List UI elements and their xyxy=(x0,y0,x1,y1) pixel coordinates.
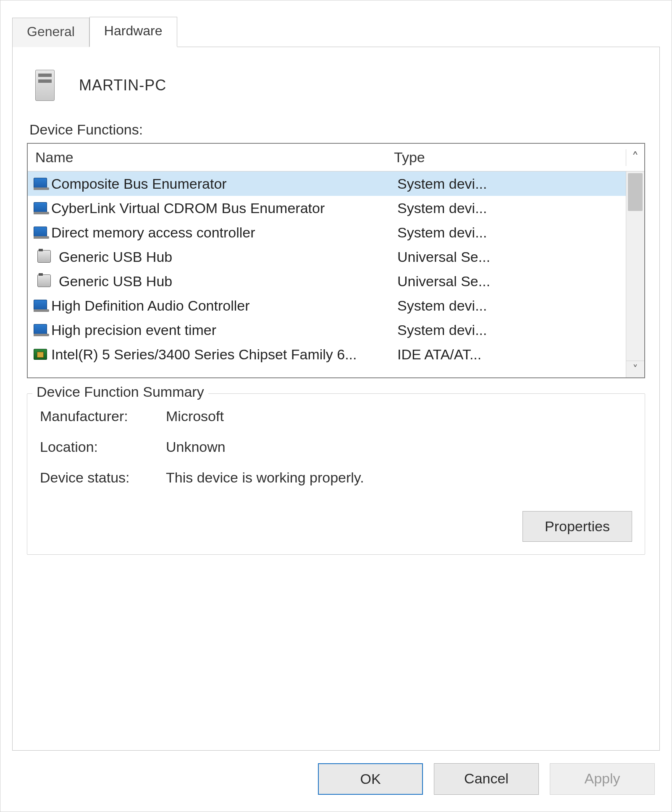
device-type: IDE ATA/AT... xyxy=(392,346,626,363)
device-name: CyberLink Virtual CDROM Bus Enumerator xyxy=(51,200,325,216)
device-name-cell: High precision event timer xyxy=(34,322,389,338)
location-value: Unknown xyxy=(166,439,632,455)
device-function-summary-group: Device Function Summary Manufacturer: Mi… xyxy=(27,393,645,555)
device-name: Generic USB Hub xyxy=(59,249,172,265)
device-row[interactable]: Generic USB HubUniversal Se... xyxy=(28,269,626,293)
device-type: System devi... xyxy=(392,200,626,216)
chipset-device-icon xyxy=(34,349,47,360)
system-device-icon xyxy=(34,324,47,336)
device-type: System devi... xyxy=(392,176,626,192)
device-name: Composite Bus Enumerator xyxy=(51,176,227,192)
device-functions-list[interactable]: Name Type ˄ Composite Bus EnumeratorSyst… xyxy=(27,143,645,378)
column-header-type[interactable]: Type xyxy=(389,149,626,166)
manufacturer-label: Manufacturer: xyxy=(40,408,166,424)
scroll-down-button[interactable]: ˅ xyxy=(626,361,644,377)
device-row[interactable]: Generic USB HubUniversal Se... xyxy=(28,245,626,269)
device-row[interactable]: Direct memory access controllerSystem de… xyxy=(28,220,626,245)
device-status-value: This device is working properly. xyxy=(166,469,632,486)
device-name-cell: Generic USB Hub xyxy=(34,273,389,290)
tab-general[interactable]: General xyxy=(12,18,89,47)
device-type: Universal Se... xyxy=(392,273,626,290)
usb-device-icon xyxy=(37,250,51,263)
device-type: System devi... xyxy=(392,298,626,314)
tab-hardware[interactable]: Hardware xyxy=(89,17,177,47)
computer-header: MARTIN-PC xyxy=(33,67,645,103)
cancel-button[interactable]: Cancel xyxy=(434,763,539,795)
computer-icon xyxy=(33,67,62,103)
vertical-scrollbar[interactable]: ˅ xyxy=(626,171,644,377)
device-row[interactable]: CyberLink Virtual CDROM Bus EnumeratorSy… xyxy=(28,196,626,220)
scrollbar-thumb[interactable] xyxy=(628,173,643,211)
device-type: System devi... xyxy=(392,224,626,241)
properties-dialog: General Hardware MARTIN-PC Device Functi… xyxy=(0,0,672,812)
scroll-up-button[interactable]: ˄ xyxy=(626,149,644,166)
device-type: System devi... xyxy=(392,322,626,338)
list-header: Name Type ˄ xyxy=(28,144,644,171)
tab-strip: General Hardware xyxy=(0,0,672,47)
system-device-icon xyxy=(34,227,47,238)
hardware-panel: MARTIN-PC Device Functions: Name Type ˄ … xyxy=(12,47,660,751)
device-row[interactable]: Composite Bus EnumeratorSystem devi... xyxy=(28,171,626,196)
device-type: Universal Se... xyxy=(392,249,626,265)
device-name-cell: Generic USB Hub xyxy=(34,249,389,265)
computer-name: MARTIN-PC xyxy=(79,76,166,94)
system-device-icon xyxy=(34,202,47,214)
usb-device-icon xyxy=(37,274,51,287)
ok-button[interactable]: OK xyxy=(318,763,423,795)
properties-button[interactable]: Properties xyxy=(522,511,632,542)
dialog-button-row: OK Cancel Apply xyxy=(0,751,672,812)
manufacturer-value: Microsoft xyxy=(166,408,632,424)
device-functions-label: Device Functions: xyxy=(29,121,645,138)
device-name: Intel(R) 5 Series/3400 Series Chipset Fa… xyxy=(51,346,357,363)
device-name-cell: Composite Bus Enumerator xyxy=(34,176,389,192)
device-name: Generic USB Hub xyxy=(59,273,172,290)
device-row[interactable]: High precision event timerSystem devi... xyxy=(28,318,626,342)
device-status-label: Device status: xyxy=(40,469,166,486)
system-device-icon xyxy=(34,178,47,190)
device-name-cell: Intel(R) 5 Series/3400 Series Chipset Fa… xyxy=(34,346,389,363)
summary-title: Device Function Summary xyxy=(32,384,208,400)
column-header-name[interactable]: Name xyxy=(28,149,389,166)
device-row[interactable]: High Definition Audio ControllerSystem d… xyxy=(28,293,626,318)
device-name-cell: High Definition Audio Controller xyxy=(34,298,389,314)
device-name-cell: CyberLink Virtual CDROM Bus Enumerator xyxy=(34,200,389,216)
device-name: Direct memory access controller xyxy=(51,224,255,241)
location-label: Location: xyxy=(40,439,166,455)
device-name-cell: Direct memory access controller xyxy=(34,224,389,241)
system-device-icon xyxy=(34,300,47,311)
device-name: High Definition Audio Controller xyxy=(51,298,249,314)
apply-button: Apply xyxy=(550,763,655,795)
list-rows: Composite Bus EnumeratorSystem devi...Cy… xyxy=(28,171,626,377)
device-name: High precision event timer xyxy=(51,322,216,338)
device-row[interactable]: Intel(R) 5 Series/3400 Series Chipset Fa… xyxy=(28,342,626,366)
